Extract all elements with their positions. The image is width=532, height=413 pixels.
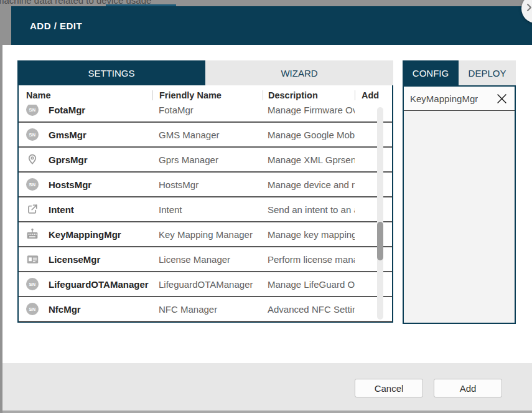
screen: machine data related to device usage ADD… xyxy=(0,0,532,413)
row-name: GprsMgr xyxy=(49,154,88,165)
row-name: HostsMgr xyxy=(49,179,91,190)
row-name: LicenseMgr xyxy=(49,254,100,265)
sn-badge-icon: SN xyxy=(26,278,39,290)
table-row: SN FotaMgr FotaMgr Manage Firmware Ov xyxy=(19,105,392,123)
row-name: LifeguardOTAManager xyxy=(49,279,149,290)
row-name: FotaMgr xyxy=(49,105,85,115)
dialog-footer: Cancel Add xyxy=(2,363,532,411)
table-row: Intent Intent Send an intent to an a xyxy=(19,197,392,222)
row-name: GmsMgr xyxy=(49,130,86,140)
column-header-add: Add xyxy=(355,90,387,100)
row-friendly-name: GMS Manager xyxy=(152,130,263,140)
tab-config[interactable]: CONFIG xyxy=(403,60,459,85)
row-friendly-name: HostsMgr xyxy=(152,179,263,190)
table-row: SN GmsMgr GMS Manager Manage Google Mobi xyxy=(19,123,392,148)
remove-item-button[interactable] xyxy=(496,93,507,104)
row-description: Manage device and ne xyxy=(263,179,355,190)
sn-badge-icon: SN xyxy=(26,303,39,315)
row-description: Manage LifeGuard Ov xyxy=(263,279,355,290)
dialog-body: SETTINGS WIZARD Name Friendly Name Descr… xyxy=(2,45,532,363)
row-description: Send an intent to an a xyxy=(263,204,355,215)
row-description: Manage XML Gprsenc xyxy=(263,154,355,165)
row-name: Intent xyxy=(49,204,74,215)
scrollbar-thumb[interactable] xyxy=(377,222,383,260)
column-header-description: Description xyxy=(263,90,355,100)
cancel-button[interactable]: Cancel xyxy=(355,379,423,397)
table-row: SN HostsMgr HostsMgr Manage device and n… xyxy=(19,173,392,197)
table-row-clipped: SN FotaMgr FotaMgr Manage Firmware Ov xyxy=(19,105,392,123)
column-header-name: Name xyxy=(19,90,152,100)
sn-badge-icon: SN xyxy=(26,128,39,141)
tab-deploy[interactable]: DEPLOY xyxy=(459,60,516,85)
row-friendly-name: License Manager xyxy=(152,254,263,265)
row-friendly-name: Gprs Manager xyxy=(152,154,263,165)
id-card-icon xyxy=(26,253,39,265)
chevron-right-icon xyxy=(524,2,532,13)
settings-table: Name Friendly Name Description Add SN Fo… xyxy=(17,85,393,323)
selected-item-label: KeyMappingMgr xyxy=(410,93,478,104)
side-tab-bar: CONFIG DEPLOY xyxy=(403,60,516,85)
location-pin-icon xyxy=(26,153,39,166)
tab-wizard[interactable]: WIZARD xyxy=(205,60,393,85)
table-row: SN NfcMgr NFC Manager Advanced NFC Setti… xyxy=(19,297,392,322)
share-intent-icon xyxy=(26,203,39,216)
row-description: Manage Firmware Ov xyxy=(263,105,355,115)
table-row: GprsMgr Gprs Manager Manage XML Gprsenc xyxy=(19,148,392,173)
row-friendly-name: LifeguardOTAManager xyxy=(152,279,263,290)
tab-settings[interactable]: SETTINGS xyxy=(17,60,205,85)
row-name: NfcMgr xyxy=(49,304,81,315)
selected-item-row: KeyMappingMgr xyxy=(404,87,515,111)
table-row: KeyMappingMgr Key Mapping Manager Manage… xyxy=(19,222,392,247)
row-name: KeyMappingMgr xyxy=(49,229,121,240)
table-scrollbar[interactable] xyxy=(377,107,383,320)
table-body: SN FotaMgr FotaMgr Manage Firmware Ov SN… xyxy=(19,105,392,322)
row-friendly-name: Key Mapping Manager xyxy=(152,229,263,240)
add-button[interactable]: Add xyxy=(434,379,502,397)
row-description: Advanced NFC Setting xyxy=(263,304,355,315)
row-description: Manage key mapping xyxy=(263,229,355,240)
row-friendly-name: FotaMgr xyxy=(152,105,263,115)
table-row: SN LifeguardOTAManager LifeguardOTAManag… xyxy=(19,272,392,297)
row-friendly-name: Intent xyxy=(152,204,263,215)
table-header-row: Name Friendly Name Description Add xyxy=(19,85,392,105)
table-row: LicenseMgr License Manager Perform licen… xyxy=(19,247,392,272)
close-x-icon xyxy=(497,93,507,104)
keyboard-icon xyxy=(26,228,39,240)
row-description: Manage Google Mobi xyxy=(263,130,355,140)
sn-badge-icon: SN xyxy=(26,105,39,116)
window-bottom-edge xyxy=(2,411,532,413)
column-header-friendly-name: Friendly Name xyxy=(152,90,263,100)
sn-badge-icon: SN xyxy=(26,178,39,191)
row-description: Perform license mana xyxy=(263,254,355,265)
row-friendly-name: NFC Manager xyxy=(152,304,263,315)
config-panel: KeyMappingMgr xyxy=(403,85,516,324)
dialog-header: ADD / EDIT xyxy=(11,6,532,45)
main-tab-bar: SETTINGS WIZARD xyxy=(17,60,393,85)
dialog-title: ADD / EDIT xyxy=(30,21,82,31)
